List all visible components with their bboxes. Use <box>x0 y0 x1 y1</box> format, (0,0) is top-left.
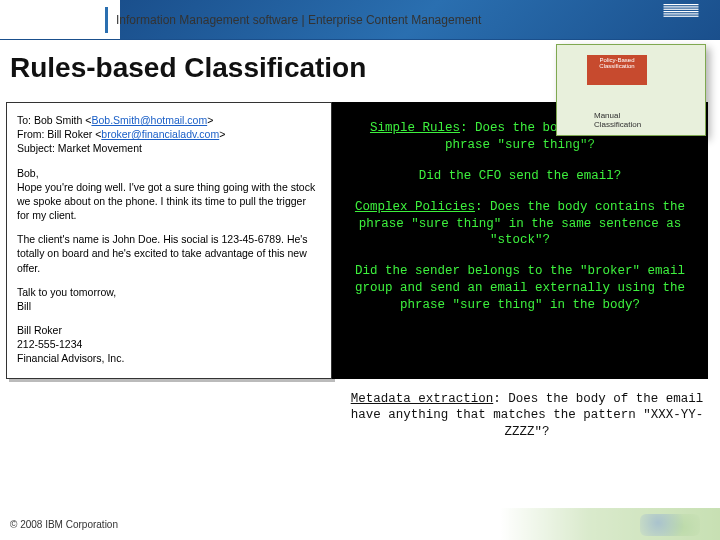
svg-rect-1 <box>664 6 699 7</box>
ibm-logo-area <box>662 4 700 18</box>
callout-badge: Policy-Based Classification <box>587 55 647 85</box>
email-paragraph-2: The client's name is John Doe. His socia… <box>17 232 321 275</box>
rule-metadata: Metadata extraction: Does the body of th… <box>0 391 720 442</box>
email-from-label: From: <box>17 128 47 140</box>
ibm-logo-icon <box>662 4 700 18</box>
footer-graphic-icon <box>500 508 720 540</box>
email-to-name: Bob Smith <box>34 114 82 126</box>
callout-label: Manual Classification <box>594 111 668 129</box>
footer-copyright: © 2008 IBM Corporation <box>10 519 118 530</box>
header-breadcrumb: Information Management software | Enterp… <box>105 0 481 40</box>
email-from-line: From: Bill Roker <broker@financialadv.co… <box>17 127 321 141</box>
email-from-address: broker@financialadv.com <box>101 128 219 140</box>
header-accent-bar <box>105 7 108 33</box>
rule-simple-lead: Simple Rules <box>370 121 460 135</box>
svg-rect-5 <box>664 16 699 17</box>
email-to-line: To: Bob Smith <Bob.Smith@hotmail.com> <box>17 113 321 127</box>
rule-complex-2: Did the sender belongs to the "broker" e… <box>344 263 696 314</box>
slide-header: Information Management software | Enterp… <box>0 0 720 40</box>
email-to-label: To: <box>17 114 34 126</box>
email-to-address: Bob.Smith@hotmail.com <box>91 114 207 126</box>
rule-complex-lead: Complex Policies <box>355 200 475 214</box>
email-signature: Bill Roker 212-555-1234 Financial Adviso… <box>17 323 321 366</box>
sig-phone: 212-555-1234 <box>17 337 321 351</box>
rule-simple-2: Did the CFO send the email? <box>344 168 696 185</box>
svg-rect-3 <box>664 11 699 12</box>
svg-rect-0 <box>664 4 699 5</box>
email-paragraph-3: Talk to you tomorrow, Bill <box>17 285 321 313</box>
svg-rect-4 <box>664 13 699 14</box>
content-row: To: Bob Smith <Bob.Smith@hotmail.com> Fr… <box>0 102 720 379</box>
sig-company: Financial Advisors, Inc. <box>17 351 321 365</box>
email-subject-value: Market Movement <box>58 142 142 154</box>
rule-complex-1: Complex Policies: Does the body contains… <box>344 199 696 250</box>
svg-rect-2 <box>664 9 699 10</box>
header-divider <box>0 39 720 40</box>
breadcrumb-text: Information Management software | Enterp… <box>116 13 481 27</box>
email-paragraph-1: Bob, Hope you're doing well. I've got a … <box>17 166 321 223</box>
email-subject-label: Subject: <box>17 142 58 154</box>
email-from-name: Bill Roker <box>47 128 92 140</box>
email-subject-line: Subject: Market Movement <box>17 141 321 155</box>
rules-terminal: Simple Rules: Does the body contains the… <box>332 102 708 379</box>
sig-name: Bill Roker <box>17 323 321 337</box>
rule-metadata-lead: Metadata extraction <box>351 392 494 406</box>
email-sample: To: Bob Smith <Bob.Smith@hotmail.com> Fr… <box>6 102 332 379</box>
classification-callout: Policy-Based Classification Manual Class… <box>556 44 706 136</box>
